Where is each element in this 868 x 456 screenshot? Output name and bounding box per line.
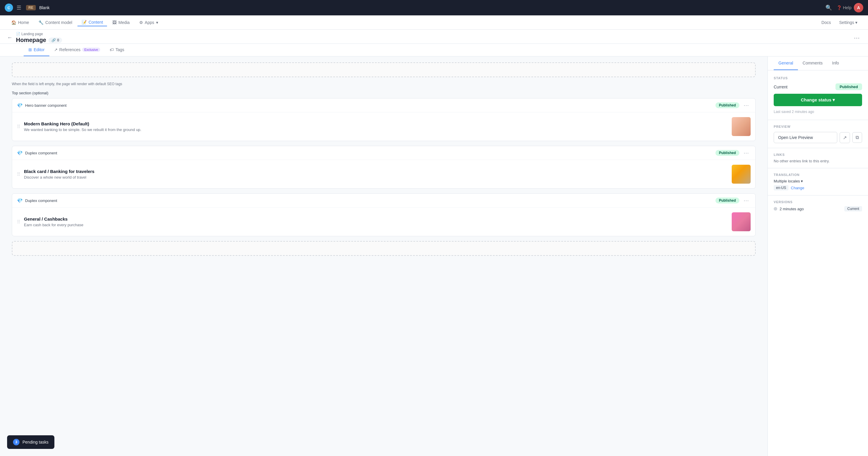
sidebar-tab-comments[interactable]: Comments bbox=[798, 57, 828, 70]
main-layout: When the field is left empty, the page w… bbox=[0, 57, 868, 456]
preview-external-link-button[interactable]: ↗ bbox=[840, 132, 850, 143]
tab-references[interactable]: ↗ References Exclusive bbox=[50, 44, 105, 56]
card-menu-button-duplex1[interactable]: ⋯ bbox=[742, 149, 751, 157]
links-section: LINKS No other entries link to this entr… bbox=[768, 153, 868, 168]
logo[interactable]: C bbox=[5, 4, 13, 12]
status-section: STATUS Current Published Change status ▾… bbox=[768, 70, 868, 114]
nav-content-model[interactable]: 🔧 Content model bbox=[34, 19, 76, 26]
divider-links bbox=[768, 148, 868, 148]
version-dot bbox=[774, 207, 777, 211]
editor-icon: ⊞ bbox=[28, 47, 32, 52]
preview-copy-button[interactable]: ⧉ bbox=[852, 132, 862, 143]
component-info-duplex2: General / Cashbacks Earn cash back for e… bbox=[24, 216, 728, 227]
nav-home[interactable]: 🏠 Home bbox=[7, 19, 33, 26]
locale-badge: en-US bbox=[774, 185, 788, 190]
add-component-area[interactable] bbox=[12, 241, 756, 256]
component-header-duplex1: 💎 Duplex component Published ⋯ bbox=[12, 146, 755, 160]
component-title-hero: Modern Banking Hero (Default) bbox=[24, 121, 728, 126]
versions-section-title: VERSIONS bbox=[774, 200, 862, 204]
section-label: Top section (optional) bbox=[12, 91, 756, 95]
component-title-duplex1: Black card / Banking for travelers bbox=[24, 169, 728, 174]
sidebar-tabs: General Comments Info bbox=[768, 57, 868, 70]
component-header-hero: 💎 Hero banner component Published ⋯ bbox=[12, 98, 755, 112]
links-text: No other entries link to this entry. bbox=[774, 159, 862, 163]
divider-preview bbox=[768, 120, 868, 120]
content-icon: 📝 bbox=[82, 20, 87, 25]
external-link-icon: ↗ bbox=[843, 135, 847, 140]
exclusive-badge: Exclusive bbox=[82, 48, 100, 52]
card-menu-button-duplex2[interactable]: ⋯ bbox=[742, 196, 751, 204]
nav-apps[interactable]: ⚙ Apps ▾ bbox=[135, 19, 162, 26]
drag-handle-hero[interactable]: ⠿ bbox=[17, 124, 21, 129]
space-badge: RE bbox=[26, 5, 36, 10]
top-nav: C ☰ RE Blank 🔍 ❓ Help A bbox=[0, 0, 868, 16]
component-card-hero: 💎 Hero banner component Published ⋯ ⠿ Mo… bbox=[12, 98, 756, 141]
help-icon: ❓ bbox=[837, 5, 842, 10]
avatar[interactable]: A bbox=[854, 3, 863, 12]
component-subtitle-duplex2: Earn cash back for every purchase bbox=[24, 223, 728, 227]
sidebar-tab-general[interactable]: General bbox=[774, 57, 798, 70]
versions-section: VERSIONS 2 minutes ago Current bbox=[768, 200, 868, 216]
media-icon: 🖼 bbox=[112, 20, 117, 25]
space-name: Blank bbox=[39, 5, 50, 10]
back-button[interactable]: ← bbox=[7, 35, 12, 41]
status-current-row: Current Published bbox=[774, 83, 862, 90]
component-info-duplex1: Black card / Banking for travelers Disco… bbox=[24, 169, 728, 180]
change-locale-button[interactable]: Change bbox=[791, 186, 804, 190]
tab-editor[interactable]: ⊞ Editor bbox=[24, 44, 50, 56]
docs-button[interactable]: Docs bbox=[818, 19, 835, 26]
link-icon: 🔗 bbox=[52, 38, 56, 42]
help-link[interactable]: ❓ Help bbox=[837, 5, 851, 10]
drag-handle-duplex2[interactable]: ⠿ bbox=[17, 219, 21, 225]
status-badge-duplex2: Published bbox=[715, 197, 739, 204]
component-subtitle-hero: We wanted banking to be simple. So we re… bbox=[24, 127, 728, 132]
tags-icon: 🏷 bbox=[110, 47, 114, 52]
home-icon: 🏠 bbox=[11, 20, 16, 25]
hamburger-menu[interactable]: ☰ bbox=[17, 4, 21, 11]
preview-section: PREVIEW Open Live Preview ↗ ⧉ bbox=[768, 125, 868, 148]
translation-section: TRANSLATION Multiple locales ▾ en-US Cha… bbox=[768, 173, 868, 195]
task-count-badge: 3 bbox=[13, 439, 20, 445]
current-status-badge: Published bbox=[835, 83, 862, 90]
component-body-duplex1: ⠿ Black card / Banking for travelers Dis… bbox=[12, 160, 755, 188]
nav-content[interactable]: 📝 Content bbox=[78, 19, 107, 26]
pending-tasks-label: Pending tasks bbox=[23, 440, 49, 445]
change-status-button[interactable]: Change status ▾ bbox=[774, 94, 862, 106]
nav-media[interactable]: 🖼 Media bbox=[108, 19, 134, 26]
open-live-preview-button[interactable]: Open Live Preview bbox=[774, 132, 837, 143]
settings-button[interactable]: Settings ▾ bbox=[836, 19, 861, 26]
component-subtitle-duplex1: Discover a whole new world of travel bbox=[24, 175, 728, 180]
sidebar-tab-info[interactable]: Info bbox=[828, 57, 844, 70]
seo-field-area[interactable] bbox=[12, 62, 756, 77]
wrench-icon: 🔧 bbox=[38, 20, 43, 25]
breadcrumb-bar: ← 📄 Landing page Homepage 🔗 0 ⋯ bbox=[0, 30, 868, 44]
component-type-icon-duplex2: 💎 bbox=[17, 198, 23, 204]
links-section-title: LINKS bbox=[774, 153, 862, 156]
component-card-duplex2: 💎 Duplex component Published ⋯ ⠿ General… bbox=[12, 193, 756, 236]
search-button[interactable]: 🔍 bbox=[823, 3, 834, 12]
copy-icon: ⧉ bbox=[856, 135, 859, 140]
divider-versions bbox=[768, 195, 868, 195]
translation-row: Multiple locales ▾ bbox=[774, 179, 862, 183]
last-saved-text: Last saved 2 minutes ago bbox=[774, 110, 862, 114]
component-type-label-duplex1: Duplex component bbox=[25, 151, 713, 155]
current-label: Current bbox=[774, 85, 787, 89]
tab-tags[interactable]: 🏷 Tags bbox=[105, 44, 129, 56]
breadcrumb-parent: 📄 Landing page bbox=[16, 32, 852, 36]
sub-nav: 🏠 Home 🔧 Content model 📝 Content 🖼 Media… bbox=[0, 16, 868, 30]
status-badge-hero: Published bbox=[715, 102, 739, 108]
card-menu-button-hero[interactable]: ⋯ bbox=[742, 101, 751, 109]
drag-handle-duplex1[interactable]: ⠿ bbox=[17, 172, 21, 177]
component-card-duplex1: 💎 Duplex component Published ⋯ ⠿ Black c… bbox=[12, 146, 756, 189]
more-options-button[interactable]: ⋯ bbox=[852, 33, 861, 42]
component-type-label-duplex2: Duplex component bbox=[25, 199, 713, 203]
link-count-badge: 🔗 0 bbox=[49, 37, 62, 43]
component-type-label: Hero banner component bbox=[25, 103, 713, 108]
component-type-icon: 💎 bbox=[17, 102, 23, 108]
status-section-title: STATUS bbox=[774, 76, 862, 80]
component-thumb-duplex2 bbox=[732, 212, 751, 231]
preview-section-title: PREVIEW bbox=[774, 125, 862, 128]
component-info-hero: Modern Banking Hero (Default) We wanted … bbox=[24, 121, 728, 132]
version-time: 2 minutes ago bbox=[780, 207, 842, 211]
pending-tasks-button[interactable]: 3 Pending tasks bbox=[7, 435, 54, 449]
